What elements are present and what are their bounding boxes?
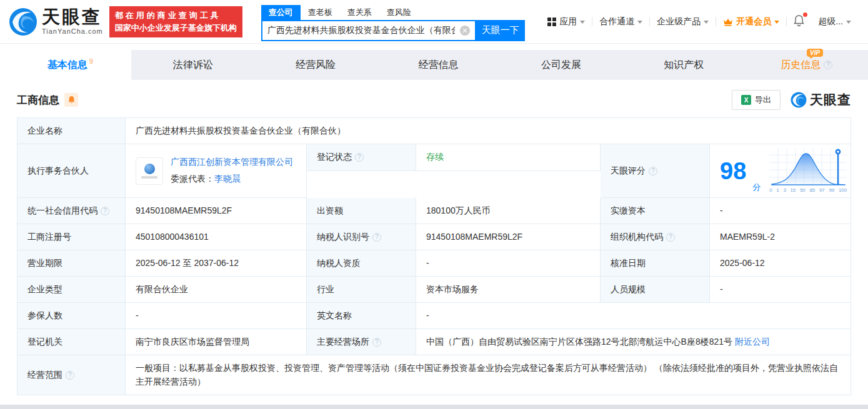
promo-banner: 都在用的商业查询工具 国家中小企业发展子基金旗下机构	[109, 6, 242, 37]
nav-account-label: 超级...	[818, 16, 843, 27]
insured-count-value: -	[126, 303, 307, 329]
premises-value: 中国（广西）自由贸易试验区南宁片区体强路12号北部湾航运中心B座8楼821号 附…	[416, 329, 851, 355]
help-icon[interactable]	[101, 207, 109, 215]
capital-value: 180100万人民币	[416, 198, 601, 224]
help-icon[interactable]	[355, 153, 364, 162]
subscribe-bell-badge[interactable]	[64, 93, 78, 107]
chevron-down-icon	[637, 21, 642, 24]
delegate-name-link[interactable]: 李晓晨	[214, 174, 241, 184]
crown-icon	[723, 17, 733, 26]
nav-apps[interactable]: 应用	[541, 16, 592, 27]
table-row: 工商注册号 450108000436101 纳税人识别号 91450108MAE…	[17, 224, 851, 250]
partner-company-link[interactable]: 广西西江创新资本管理有限公司	[171, 155, 293, 169]
search-tabs: 查公司 查老板 查关系 查风险	[261, 5, 525, 20]
business-scope-label: 经营范围	[17, 355, 126, 395]
tab-basic-info-count: 9	[89, 57, 93, 65]
help-icon[interactable]	[66, 371, 74, 380]
chevron-down-icon	[774, 21, 779, 24]
industry-value: 资本市场服务	[416, 277, 601, 303]
tab-operating-risk[interactable]: 经营风险	[254, 50, 377, 80]
tab-company-development[interactable]: 公司发展	[500, 50, 622, 80]
delegate-label: 委派代表：	[171, 174, 214, 184]
help-icon[interactable]	[824, 61, 832, 69]
industry-label: 行业	[307, 277, 416, 303]
score-axis: 013 155085 9799100	[769, 187, 847, 194]
brand-name: 天眼查	[42, 8, 103, 26]
search-input[interactable]	[262, 26, 460, 36]
taxpayer-quality-value: -	[416, 250, 601, 277]
top-header: 天眼查 TianYanCha.com 都在用的商业查询工具 国家中小企业发展子基…	[0, 0, 868, 44]
registration-status-label: 登记状态	[307, 144, 416, 171]
nav-member[interactable]: 开通会员	[716, 16, 786, 27]
excel-icon	[741, 95, 751, 105]
company-name-value: 广西先进材料共振股权投资基金合伙企业（有限合伙）	[126, 118, 851, 144]
tab-basic-info[interactable]: 基本信息 9	[9, 50, 131, 80]
tianyancha-logo-icon	[791, 92, 807, 108]
business-term-label: 营业期限	[17, 250, 126, 277]
tab-intellectual-property[interactable]: 知识产权	[622, 50, 745, 80]
table-row: 参保人数 - 英文名称 -	[17, 303, 851, 329]
promo-line2: 国家中小企业发展子基金旗下机构	[115, 22, 237, 34]
business-term-value: 2025-06-12 至 2037-06-12	[126, 250, 307, 277]
partner-logo	[136, 157, 163, 185]
notifications-bell[interactable]	[787, 14, 811, 29]
nearby-companies-link[interactable]: 附近公司	[735, 335, 770, 349]
search-button[interactable]: 天眼一下	[476, 20, 525, 41]
watermark-logo: 天眼查	[791, 91, 851, 109]
company-type-label: 企业类型	[17, 277, 126, 303]
approval-date-value: 2025-06-12	[710, 250, 851, 277]
credit-code-value: 91450108MAEMR59L2F	[126, 198, 307, 224]
tab-operating-risk-label: 经营风险	[296, 59, 336, 72]
credit-code-label: 统一社会信用代码	[17, 198, 126, 224]
reg-number-label: 工商注册号	[17, 224, 126, 250]
clear-search-icon[interactable]: ✕	[460, 26, 470, 36]
table-row: 企业名称 广西先进材料共振股权投资基金合伙企业（有限合伙）	[17, 118, 851, 144]
tab-operating-info[interactable]: 经营信息	[377, 50, 499, 80]
search-tab-boss[interactable]: 查老板	[301, 5, 340, 20]
org-code-label: 组织机构代码	[601, 224, 710, 250]
nav-enterprise[interactable]: 企业级产品	[650, 16, 716, 27]
tianyan-score-value: 98 分	[710, 144, 851, 198]
help-icon[interactable]	[372, 233, 381, 242]
registration-status-value: 存续	[416, 144, 601, 171]
search-tab-company[interactable]: 查公司	[261, 5, 301, 20]
header-nav: 应用 合作通道 企业级产品 开通会员	[541, 14, 858, 29]
tianyancha-logo-icon	[9, 7, 37, 36]
registration-authority-label: 登记机关	[17, 329, 126, 355]
tab-lawsuits-label: 法律诉讼	[173, 59, 213, 72]
score-curve	[769, 147, 847, 186]
help-icon[interactable]	[649, 167, 657, 175]
nav-apps-label: 应用	[559, 16, 577, 27]
english-name-value: -	[416, 303, 851, 329]
search-tab-risk[interactable]: 查风险	[379, 5, 419, 20]
company-tab-bar: 基本信息 9 法律诉讼 经营风险 经营信息 公司发展 知识产权 历史信息 VIP	[9, 50, 868, 80]
business-scope-value: 一般项目：以私募基金从事股权投资、投资管理、资产管理等活动（须在中国证券投资基金…	[126, 355, 851, 395]
search-tab-relation[interactable]: 查关系	[340, 5, 379, 20]
vip-badge: VIP	[807, 49, 823, 57]
brand-domain: TianYanCha.com	[42, 27, 103, 35]
export-button[interactable]: 导出	[732, 90, 781, 110]
executive-partner-label: 执行事务合伙人	[17, 144, 126, 198]
nav-channel[interactable]: 合作通道	[592, 16, 649, 27]
section-title: 工商信息	[17, 93, 59, 107]
taxpayer-id-value: 91450108MAEMR59L2F	[416, 224, 601, 250]
chevron-down-icon	[846, 21, 851, 24]
taxpayer-id-label: 纳税人识别号	[307, 224, 416, 250]
help-icon[interactable]	[666, 233, 675, 242]
tab-lawsuits[interactable]: 法律诉讼	[131, 50, 254, 80]
tab-history-info[interactable]: 历史信息 VIP	[746, 50, 868, 80]
tab-intellectual-property-label: 知识产权	[664, 59, 704, 72]
search-area: 查公司 查老板 查关系 查风险 ✕ 天眼一下	[261, 5, 525, 41]
nav-account[interactable]: 超级...	[811, 16, 858, 27]
apps-grid-icon	[547, 17, 556, 26]
tab-company-development-label: 公司发展	[541, 59, 581, 72]
paid-capital-label: 实缴资本	[601, 198, 710, 224]
tianyancha-logo[interactable]: 天眼查 TianYanCha.com	[9, 7, 103, 36]
capital-label: 出资额	[307, 198, 416, 224]
help-icon[interactable]	[372, 338, 381, 347]
reg-number-value: 450108000436101	[126, 224, 307, 250]
insured-count-label: 参保人数	[17, 303, 126, 329]
score-distribution-chart[interactable]: 013 155085 9799100	[769, 147, 847, 194]
table-row: 执行事务合伙人 广西西江创新资本管理有限公司 委派代表：李晓晨 登记状态 存续 …	[17, 144, 851, 198]
section-header: 工商信息 导出 天眼查	[17, 90, 851, 110]
